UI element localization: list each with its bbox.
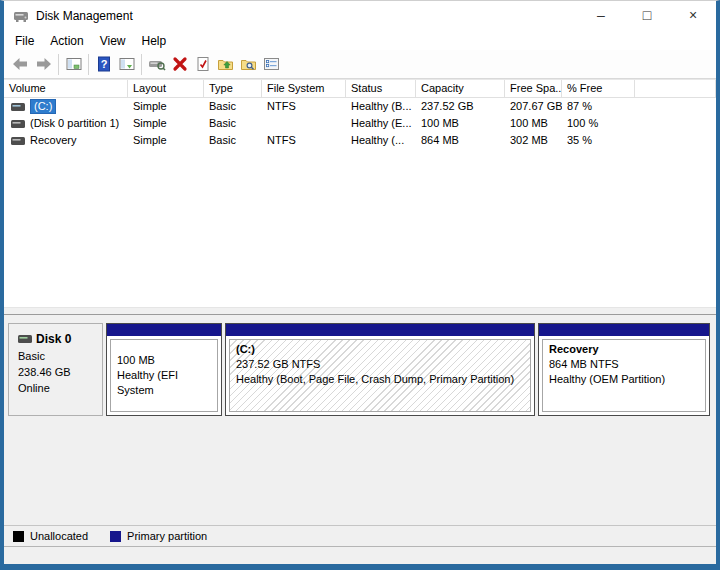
pane-splitter[interactable] (4, 307, 716, 315)
partition-size: 864 MB NTFS (549, 357, 699, 372)
delete-volume-icon[interactable] (168, 53, 191, 76)
menu-help[interactable]: Help (134, 33, 175, 49)
cell-layout: Simple (128, 115, 204, 132)
unallocated-color-swatch (13, 531, 24, 542)
toolbar: ? (4, 50, 716, 79)
volume-name[interactable]: Recovery (30, 132, 76, 149)
status-strip (4, 546, 716, 564)
partition-c-drive[interactable]: (C:) 237.52 GB NTFS Healthy (Boot, Page … (225, 323, 535, 416)
cell-capacity: 237.52 GB (416, 98, 505, 115)
legend-label: Primary partition (127, 530, 207, 542)
help-icon[interactable]: ? (92, 53, 115, 76)
partition-recovery[interactable]: Recovery 864 MB NTFS Healthy (OEM Partit… (538, 323, 710, 416)
disk-graphical-pane: Disk 0 Basic 238.46 GB Online 100 MB Hea… (4, 315, 716, 525)
partition-color-bar (107, 324, 221, 336)
legend-label: Unallocated (30, 530, 88, 542)
disk-icon (18, 334, 32, 344)
disk-type: Basic (18, 348, 102, 364)
table-row[interactable]: (Disk 0 partition 1) Simple Basic Health… (4, 115, 716, 132)
back-icon[interactable] (9, 53, 32, 76)
partition-name: Recovery (549, 342, 699, 357)
partition-efi-system[interactable]: 100 MB Healthy (EFI System (106, 323, 222, 416)
properties-icon[interactable] (260, 53, 283, 76)
cell-layout: Simple (128, 132, 204, 149)
column-header-capacity[interactable]: Capacity (416, 80, 505, 97)
volume-list-pane: Volume Layout Type File System Status Ca… (4, 79, 716, 307)
column-header-free-space[interactable]: Free Spa... (505, 80, 562, 97)
page-title: Disk Management (36, 9, 133, 23)
disk-name: Disk 0 (36, 331, 71, 347)
folder-find-icon[interactable] (237, 53, 260, 76)
cell-status: Healthy (B... (346, 98, 416, 115)
volume-disk-icon (11, 136, 25, 146)
menu-action[interactable]: Action (42, 33, 91, 49)
toolbar-separator (58, 54, 59, 75)
legend-bar: Unallocated Primary partition (4, 525, 716, 546)
partition-name: (C:) (236, 342, 524, 357)
cell-file-system: NTFS (262, 98, 346, 115)
toolbar-separator (141, 54, 142, 75)
cell-pct-free: 100 % (562, 115, 635, 132)
close-button[interactable]: × (670, 1, 716, 31)
app-disk-icon (13, 8, 29, 24)
cell-layout: Simple (128, 98, 204, 115)
cell-file-system: NTFS (262, 132, 346, 149)
legend-unallocated: Unallocated (13, 530, 88, 542)
column-header-filler (635, 80, 716, 97)
cell-pct-free: 87 % (562, 98, 635, 115)
cell-pct-free: 35 % (562, 132, 635, 149)
table-row[interactable]: Recovery Simple Basic NTFS Healthy (... … (4, 132, 716, 149)
volume-disk-icon (11, 102, 25, 112)
disk-size: 238.46 GB (18, 364, 102, 380)
disk-0-row: Disk 0 Basic 238.46 GB Online 100 MB Hea… (8, 323, 710, 416)
partition-status: Healthy (OEM Partition) (549, 372, 699, 387)
volume-name[interactable]: (Disk 0 partition 1) (30, 115, 119, 132)
partition-status: Healthy (EFI System (117, 368, 211, 398)
primary-partition-color-swatch (110, 531, 121, 542)
minimize-button[interactable]: – (578, 1, 624, 31)
cell-free-space: 302 MB (505, 132, 562, 149)
menu-bar: File Action View Help (4, 31, 716, 50)
partition-size: 100 MB (117, 353, 211, 368)
table-row[interactable]: (C:) Simple Basic NTFS Healthy (B... 237… (4, 98, 716, 115)
partition-color-bar (539, 324, 709, 336)
cell-status: Healthy (E... (346, 115, 416, 132)
partition-size: 237.52 GB NTFS (236, 357, 524, 372)
legend-primary-partition: Primary partition (110, 530, 207, 542)
volume-table-header: Volume Layout Type File System Status Ca… (4, 80, 716, 98)
cell-type: Basic (204, 98, 262, 115)
menu-file[interactable]: File (7, 33, 42, 49)
cell-type: Basic (204, 115, 262, 132)
volume-name-selected[interactable]: (C:) (30, 99, 56, 114)
disk-management-window: Disk Management – □ × File Action View H… (0, 0, 720, 570)
maximize-button[interactable]: □ (624, 1, 670, 31)
disk-0-label-box[interactable]: Disk 0 Basic 238.46 GB Online (8, 323, 103, 416)
disk-tool-icon[interactable] (145, 53, 168, 76)
menu-view[interactable]: View (92, 33, 134, 49)
show-window-icon[interactable] (115, 53, 138, 76)
console-tree-icon[interactable] (62, 53, 85, 76)
partition-color-bar (226, 324, 534, 336)
svg-text:?: ? (100, 58, 107, 70)
task-check-icon[interactable] (191, 53, 214, 76)
column-header-file-system[interactable]: File System (262, 80, 346, 97)
cell-status: Healthy (... (346, 132, 416, 149)
cell-file-system (262, 115, 346, 132)
folder-up-icon[interactable] (214, 53, 237, 76)
toolbar-separator (88, 54, 89, 75)
forward-icon[interactable] (32, 53, 55, 76)
cell-type: Basic (204, 132, 262, 149)
cell-free-space: 207.67 GB (505, 98, 562, 115)
cell-free-space: 100 MB (505, 115, 562, 132)
cell-capacity: 100 MB (416, 115, 505, 132)
column-header-type[interactable]: Type (204, 80, 262, 97)
title-bar: Disk Management – □ × (4, 1, 716, 31)
column-header-layout[interactable]: Layout (128, 80, 204, 97)
column-header-pct-free[interactable]: % Free (562, 80, 635, 97)
cell-capacity: 864 MB (416, 132, 505, 149)
partition-status: Healthy (Boot, Page File, Crash Dump, Pr… (236, 372, 524, 387)
column-header-status[interactable]: Status (346, 80, 416, 97)
disk-status: Online (18, 380, 102, 396)
column-header-volume[interactable]: Volume (4, 80, 128, 97)
volume-disk-icon (11, 119, 25, 129)
